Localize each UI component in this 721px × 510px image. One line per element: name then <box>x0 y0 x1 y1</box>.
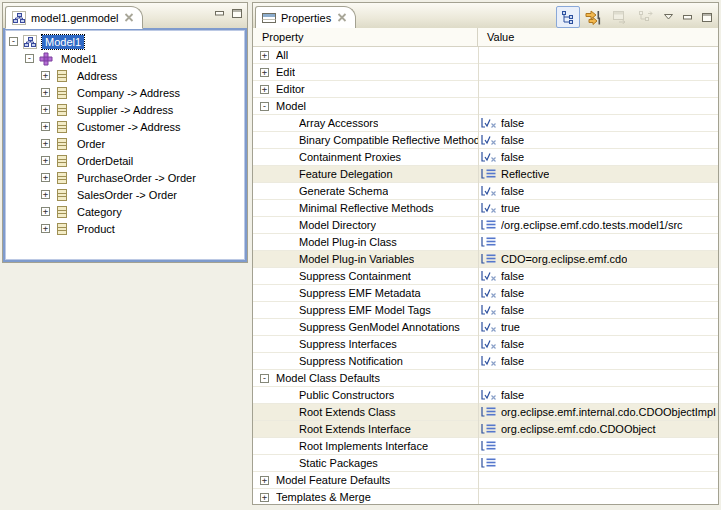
property-value-cell[interactable] <box>478 234 718 250</box>
property-row[interactable]: +Templates & Merge <box>253 489 718 504</box>
property-value-cell[interactable]: false <box>478 353 718 369</box>
property-row[interactable]: Array Accessorsfalse <box>253 115 718 132</box>
column-header-value[interactable]: Value <box>478 28 718 46</box>
property-value-cell[interactable] <box>478 438 718 454</box>
property-value-cell[interactable]: false <box>478 149 718 165</box>
property-row[interactable]: Public Constructorsfalse <box>253 387 718 404</box>
plus-expander-icon[interactable]: + <box>41 105 50 114</box>
property-value-cell[interactable]: true <box>478 200 718 216</box>
property-row[interactable]: Suppress Containmentfalse <box>253 268 718 285</box>
property-value-cell[interactable] <box>478 64 718 80</box>
show-categories-button[interactable] <box>556 6 580 28</box>
tree-item[interactable]: +Address <box>5 67 245 84</box>
property-row[interactable]: Root Extends Interfaceorg.eclipse.emf.cd… <box>253 421 718 438</box>
tree-item[interactable]: +Product <box>5 220 245 237</box>
tree-item[interactable]: -Model1 <box>5 50 245 67</box>
property-value-cell[interactable] <box>478 370 718 386</box>
property-row[interactable]: Suppress Notificationfalse <box>253 353 718 370</box>
property-value-cell[interactable]: false <box>478 387 718 403</box>
property-value-cell[interactable]: org.eclipse.emf.internal.cdo.CDOObjectIm… <box>478 404 718 420</box>
property-value-cell[interactable]: false <box>478 336 718 352</box>
property-value-cell[interactable]: false <box>478 183 718 199</box>
property-row[interactable]: Suppress Interfacesfalse <box>253 336 718 353</box>
property-row[interactable]: +Editor <box>253 81 718 98</box>
property-row[interactable]: Root Extends Classorg.eclipse.emf.intern… <box>253 404 718 421</box>
property-row[interactable]: Model Plug-in Class <box>253 234 718 251</box>
close-icon[interactable] <box>337 13 347 22</box>
tree-item[interactable]: +Supplier -> Address <box>5 101 245 118</box>
tree-item[interactable]: +Order <box>5 135 245 152</box>
property-value-cell[interactable]: false <box>478 115 718 131</box>
property-row[interactable]: Suppress EMF Model Tagsfalse <box>253 302 718 319</box>
maximize-button[interactable] <box>698 6 715 28</box>
tab-properties[interactable]: Properties <box>255 6 356 29</box>
property-value-cell[interactable] <box>478 98 718 114</box>
close-icon[interactable] <box>124 13 134 22</box>
property-row[interactable]: +All <box>253 47 718 64</box>
property-value-cell[interactable]: false <box>478 285 718 301</box>
property-value-cell[interactable]: false <box>478 302 718 318</box>
property-value-cell[interactable] <box>478 47 718 63</box>
property-row[interactable]: +Model Feature Defaults <box>253 472 718 489</box>
minimize-button[interactable] <box>679 6 696 28</box>
tab-model1-genmodel[interactable]: model1.genmodel <box>5 6 143 29</box>
plus-expander-icon[interactable]: + <box>41 207 50 216</box>
plus-expander-icon[interactable]: + <box>41 139 50 148</box>
property-value-cell[interactable]: true <box>478 319 718 335</box>
plus-expander-icon[interactable]: + <box>260 85 269 94</box>
property-row[interactable]: Model Directory/org.eclipse.emf.cdo.test… <box>253 217 718 234</box>
minus-expander-icon[interactable]: - <box>260 102 269 111</box>
property-value-cell[interactable]: /org.eclipse.emf.cdo.tests.model1/src <box>478 217 718 233</box>
tree-item[interactable]: +OrderDetail <box>5 152 245 169</box>
restore-default-value-button[interactable] <box>608 6 632 28</box>
plus-expander-icon[interactable]: + <box>41 190 50 199</box>
pin-property-view-button[interactable] <box>634 6 658 28</box>
plus-expander-icon[interactable]: + <box>260 51 269 60</box>
plus-expander-icon[interactable]: + <box>41 224 50 233</box>
plus-expander-icon[interactable]: + <box>260 476 269 485</box>
plus-expander-icon[interactable]: + <box>41 122 50 131</box>
column-resize-handle[interactable] <box>478 28 479 504</box>
property-row[interactable]: -Model Class Defaults <box>253 370 718 387</box>
property-value-cell[interactable]: false <box>478 132 718 148</box>
property-value-cell[interactable]: Reflective <box>478 166 718 182</box>
property-value-cell[interactable]: CDO=org.eclipse.emf.cdo <box>478 251 718 267</box>
property-value-cell[interactable] <box>478 489 718 504</box>
show-advanced-properties-button[interactable] <box>582 6 606 28</box>
plus-expander-icon[interactable]: + <box>41 156 50 165</box>
maximize-icon[interactable] <box>231 8 243 19</box>
property-value-cell[interactable] <box>478 81 718 97</box>
property-row[interactable]: Suppress GenModel Annotationstrue <box>253 319 718 336</box>
property-row[interactable]: Containment Proxiesfalse <box>253 149 718 166</box>
minus-expander-icon[interactable]: - <box>25 54 34 63</box>
property-value-cell[interactable] <box>478 455 718 471</box>
property-row[interactable]: Root Implements Interface <box>253 438 718 455</box>
plus-expander-icon[interactable]: + <box>41 71 50 80</box>
property-row[interactable]: Minimal Reflective Methodstrue <box>253 200 718 217</box>
column-header-property[interactable]: Property <box>253 28 478 46</box>
tree-item[interactable]: +Customer -> Address <box>5 118 245 135</box>
tree-item[interactable]: +PurchaseOrder -> Order <box>5 169 245 186</box>
property-row[interactable]: Model Plug-in VariablesCDO=org.eclipse.e… <box>253 251 718 268</box>
minus-expander-icon[interactable]: - <box>260 374 269 383</box>
plus-expander-icon[interactable]: + <box>41 173 50 182</box>
property-row[interactable]: Binary Compatible Reflective Methodsfals… <box>253 132 718 149</box>
property-row[interactable]: Suppress EMF Metadatafalse <box>253 285 718 302</box>
property-row[interactable]: -Model <box>253 98 718 115</box>
property-value-cell[interactable]: false <box>478 268 718 284</box>
minimize-icon[interactable] <box>214 8 226 19</box>
plus-expander-icon[interactable]: + <box>260 68 269 77</box>
plus-expander-icon[interactable]: + <box>260 493 269 502</box>
tree-item[interactable]: +Company -> Address <box>5 84 245 101</box>
property-row[interactable]: Feature DelegationReflective <box>253 166 718 183</box>
property-row[interactable]: +Edit <box>253 64 718 81</box>
minus-expander-icon[interactable]: - <box>9 37 18 46</box>
property-value-cell[interactable]: org.eclipse.emf.cdo.CDOObject <box>478 421 718 437</box>
property-value-cell[interactable] <box>478 472 718 488</box>
plus-expander-icon[interactable]: + <box>41 88 50 97</box>
tree-item[interactable]: +Category <box>5 203 245 220</box>
property-row[interactable]: Generate Schemafalse <box>253 183 718 200</box>
tree-item[interactable]: +SalesOrder -> Order <box>5 186 245 203</box>
tree-item[interactable]: -Model1 <box>5 33 245 50</box>
property-row[interactable]: Static Packages <box>253 455 718 472</box>
